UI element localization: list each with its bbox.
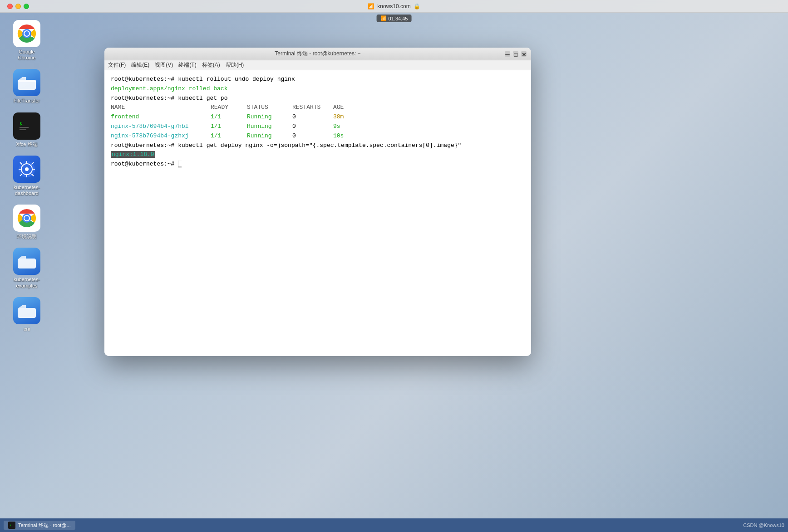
terminal-line-prompt-cursor: root@kubernetes:~# █ [111, 160, 525, 169]
svg-rect-27 [18, 308, 36, 318]
terminal-line-2: deployment.apps/nginx rolled back [111, 84, 525, 94]
desktop-icon-kubernetes-dashboard[interactable]: kubernetes-dashboard [9, 154, 44, 198]
terminal-minimize[interactable]: ─ [505, 51, 510, 57]
menubar-url: knows10.com [377, 3, 410, 10]
terminal-line-3: root@kubernetes:~# kubectl get po [111, 94, 525, 103]
terminal-menu: 文件(F) 编辑(E) 视图(V) 终端(T) 标签(A) 帮助(H) [104, 60, 531, 70]
lock-icon: 🔒 [414, 3, 420, 10]
terminal-line-header: NAMEREADYSTATUSRESTARTSAGE [111, 103, 525, 112]
svg-rect-10 [20, 129, 26, 130]
terminal-title: Terminal 终端 - root@kubernetes: ~ [109, 50, 527, 58]
svg-point-25 [25, 216, 29, 220]
xfce-terminal-label: Xfce 终端 [16, 142, 37, 147]
terminal-maximize[interactable]: □ [513, 51, 518, 57]
env-desc-label: 环境说明 [17, 234, 37, 239]
menu-view[interactable]: 视图(V) [155, 61, 173, 69]
menu-tab[interactable]: 标签(A) [202, 61, 220, 69]
menubar-time: 📶 01:34:45 [377, 15, 412, 22]
traffic-lights [7, 4, 29, 9]
terminal-window: Terminal 终端 - root@kubernetes: ~ ─ □ ✕ 文… [104, 48, 531, 356]
k8s-examples-icon [13, 248, 40, 275]
terminal-line-pod1: frontend1/1Running038m [111, 112, 525, 122]
menu-terminal[interactable]: 终端(T) [178, 61, 196, 69]
taskbar-terminal-item[interactable]: $ Terminal 终端 - root@... [4, 521, 75, 530]
chrome-icon [13, 20, 40, 47]
terminal-line-pod2: nginx-578b7694b4-g7hbl1/1Running09s [111, 122, 525, 132]
menubar-center: 📶 knows10.com 🔒 [368, 3, 420, 10]
svg-text:$: $ [10, 524, 11, 527]
taskbar-terminal-label: Terminal 终端 - root@... [18, 522, 71, 529]
taskbar-right-label: CSDN @Knows10 [743, 522, 784, 528]
menu-help[interactable]: 帮助(H) [226, 61, 244, 69]
terminal-icon: $_ [13, 112, 40, 140]
desktop-icon-filetransfer[interactable]: FileTransfer [11, 67, 42, 106]
menubar: 📶 knows10.com 🔒 [0, 0, 788, 13]
svg-rect-9 [20, 127, 29, 128]
filetransfer-label: FileTransfer [14, 98, 40, 104]
terminal-titlebar: Terminal 终端 - root@kubernetes: ~ ─ □ ✕ [104, 48, 531, 60]
desktop-icon-xfce-terminal[interactable]: $_ Xfce 终端 [11, 111, 42, 149]
desktop-sidebar: Google Chrome FileTransfer $_ [9, 18, 44, 334]
terminal-line-1: root@kubernetes:~# kubectl rollout undo … [111, 75, 525, 84]
chrome-label: Google Chrome [11, 49, 43, 61]
svg-rect-6 [18, 80, 36, 82]
svg-rect-26 [18, 259, 36, 268]
k8s-icon [13, 156, 40, 183]
maximize-button[interactable] [24, 4, 29, 9]
desktop-icon-kubernetes-examples[interactable]: kubernetes-examples [9, 246, 44, 290]
bg-decoration [425, 337, 788, 518]
menu-edit[interactable]: 编辑(E) [131, 61, 149, 69]
terminal-close[interactable]: ✕ [521, 51, 527, 57]
desktop: 📶 knows10.com 🔒 📶 01:34:45 [0, 0, 788, 532]
terminal-line-pod3: nginx-578b7694b4-gzhxj1/1Running010s [111, 132, 525, 141]
desktop-icon-cni[interactable]: cni [11, 295, 42, 334]
desktop-icon-env-desc[interactable]: 环境说明 [11, 203, 42, 241]
terminal-line-image-result: nginx:1.18.0 [111, 150, 525, 160]
taskbar-terminal-icon: $ [8, 522, 15, 529]
desktop-icon-google-chrome[interactable]: Google Chrome [9, 18, 44, 63]
minimize-button[interactable] [15, 4, 21, 9]
env-chrome-icon [13, 205, 40, 232]
terminal-body[interactable]: root@kubernetes:~# kubectl rollout undo … [104, 70, 531, 356]
filetransfer-icon [13, 69, 40, 96]
k8s-dashboard-label: kubernetes-dashboard [11, 185, 43, 196]
close-button[interactable] [7, 4, 13, 9]
time-display: 01:34:45 [389, 16, 408, 21]
time-signal-icon: 📶 [380, 15, 387, 21]
cni-icon [13, 297, 40, 324]
terminal-line-jsonpath-cmd: root@kubernetes:~# kubectl get deploy ng… [111, 141, 525, 151]
svg-point-4 [25, 31, 29, 36]
signal-icon: 📶 [368, 3, 374, 10]
terminal-window-controls: ─ □ ✕ [505, 51, 527, 57]
svg-text:$_: $_ [20, 122, 25, 126]
cni-label: cni [24, 326, 30, 332]
svg-rect-7 [18, 119, 36, 133]
svg-point-21 [25, 167, 29, 171]
k8s-examples-label: kubernetes-examples [11, 277, 43, 288]
menu-file[interactable]: 文件(F) [108, 61, 126, 69]
taskbar: $ Terminal 终端 - root@... CSDN @Knows10 [0, 518, 788, 532]
